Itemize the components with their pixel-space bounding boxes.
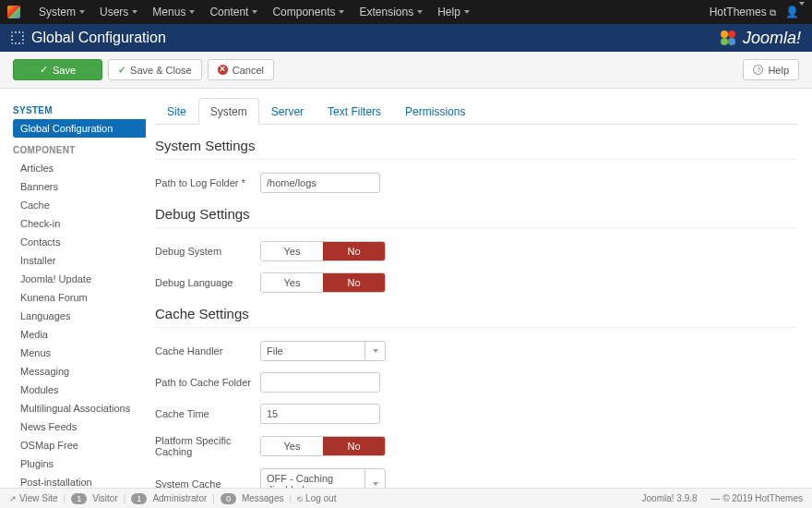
save-close-button[interactable]: ✓Save & Close — [108, 59, 202, 80]
svg-point-0 — [721, 30, 728, 38]
cache-time-input[interactable] — [260, 404, 380, 424]
cache-handler-label: Cache Handler — [155, 345, 260, 357]
section-system-settings: System Settings — [155, 138, 797, 153]
sidebar-heading-component: COMPONENT — [13, 145, 146, 155]
page-title: Global Configuration — [31, 30, 166, 46]
sidebar-item-joomla-update[interactable]: Joomla! Update — [13, 270, 146, 288]
cancel-icon — [218, 65, 228, 75]
platform-caching-label: Platform Specific Caching — [155, 435, 260, 457]
help-icon: ? — [753, 65, 763, 75]
path-log-input[interactable] — [260, 173, 380, 193]
topnav-help[interactable]: Help — [430, 1, 477, 23]
site-link[interactable]: HotThemes ⧉ — [710, 6, 776, 18]
sidebar-item-multilingual-associations[interactable]: Multilingual Associations — [13, 399, 146, 417]
main-content: SiteSystemServerText FiltersPermissions … — [146, 89, 812, 494]
sidebar-item-articles[interactable]: Articles — [13, 159, 146, 177]
sidebar: SYSTEM Global Configuration COMPONENT Ar… — [0, 89, 146, 494]
platform-caching-no[interactable]: No — [323, 437, 385, 455]
chevron-down-icon — [132, 10, 137, 14]
topnav-users[interactable]: Users — [92, 1, 145, 23]
chevron-down-icon[interactable] — [365, 341, 386, 361]
sidebar-item-modules[interactable]: Modules — [13, 381, 146, 399]
topnav-content[interactable]: Content — [202, 1, 265, 23]
field-platform-caching: Platform Specific Caching Yes No — [155, 435, 797, 457]
sidebar-heading-system: SYSTEM — [13, 105, 146, 115]
page-header: Global Configuration Joomla! — [0, 24, 812, 52]
top-menu: SystemUsersMenusContentComponentsExtensi… — [31, 1, 710, 23]
help-button[interactable]: ?Help — [743, 59, 799, 80]
sidebar-item-menus[interactable]: Menus — [13, 344, 146, 362]
joomla-logo-icon — [719, 29, 737, 47]
debug-language-yes[interactable]: Yes — [261, 273, 323, 292]
config-tabs: SiteSystemServerText FiltersPermissions — [155, 98, 797, 125]
topnav-system[interactable]: System — [31, 1, 92, 23]
debug-system-toggle[interactable]: Yes No — [260, 241, 386, 261]
topnav-extensions[interactable]: Extensions — [352, 1, 430, 23]
field-debug-language: Debug Language Yes No — [155, 272, 797, 293]
debug-language-toggle[interactable]: Yes No — [260, 272, 386, 293]
chevron-down-icon — [252, 10, 257, 14]
sidebar-item-global-configuration[interactable]: Global Configuration — [13, 119, 146, 138]
check-icon: ✓ — [118, 65, 125, 75]
section-cache-settings: Cache Settings — [155, 306, 797, 321]
save-button[interactable]: ✓Save — [13, 59, 102, 80]
external-link-icon: ⧉ — [770, 7, 776, 18]
platform-caching-toggle[interactable]: Yes No — [260, 436, 386, 456]
sidebar-item-cache[interactable]: Cache — [13, 196, 146, 214]
chevron-down-icon — [79, 10, 85, 14]
section-debug-settings: Debug Settings — [155, 206, 797, 222]
chevron-down-icon — [189, 10, 195, 14]
admins-count: 1 — [131, 493, 147, 504]
sidebar-item-plugins[interactable]: Plugins — [13, 454, 146, 473]
visitors-count: 1 — [71, 493, 87, 504]
messages-count: 0 — [221, 493, 236, 504]
debug-language-no[interactable]: No — [323, 273, 385, 292]
field-cache-handler: Cache Handler File — [155, 341, 797, 361]
debug-system-no[interactable]: No — [323, 242, 385, 260]
status-bar: View Site | 1 Visitor | 1 Administrator … — [0, 488, 812, 508]
field-cache-path: Path to Cache Folder — [155, 372, 797, 393]
svg-point-3 — [728, 38, 735, 45]
cancel-button[interactable]: Cancel — [208, 59, 274, 80]
tab-site[interactable]: Site — [155, 98, 198, 125]
sidebar-item-banners[interactable]: Banners — [13, 177, 146, 196]
cache-path-input[interactable] — [260, 372, 380, 393]
joomla-version: Joomla! 3.9.8 — [642, 493, 698, 503]
toolbar: ✓Save ✓Save & Close Cancel ?Help — [0, 52, 812, 89]
cache-time-label: Cache Time — [155, 408, 260, 419]
cache-path-label: Path to Cache Folder — [155, 377, 260, 388]
debug-system-yes[interactable]: Yes — [261, 242, 323, 260]
svg-point-2 — [721, 38, 728, 45]
sidebar-item-kunena-forum[interactable]: Kunena Forum — [13, 288, 146, 307]
field-debug-system: Debug System Yes No — [155, 241, 797, 261]
path-log-label: Path to Log Folder * — [155, 177, 260, 188]
tab-text-filters[interactable]: Text Filters — [316, 98, 393, 125]
sidebar-item-installer[interactable]: Installer — [13, 251, 146, 270]
sidebar-item-news-feeds[interactable]: News Feeds — [13, 417, 146, 436]
tab-system[interactable]: System — [198, 98, 259, 125]
platform-caching-yes[interactable]: Yes — [261, 437, 323, 455]
chevron-down-icon — [417, 10, 423, 14]
cache-handler-select[interactable]: File — [260, 341, 386, 361]
sidebar-item-languages[interactable]: Languages — [13, 307, 146, 325]
sidebar-item-messaging[interactable]: Messaging — [13, 362, 146, 381]
sidebar-item-check-in[interactable]: Check-in — [13, 214, 146, 233]
topnav-menus[interactable]: Menus — [145, 1, 202, 23]
field-cache-time: Cache Time — [155, 404, 797, 424]
logout-link[interactable]: Log out — [297, 493, 336, 503]
chevron-down-icon — [464, 10, 470, 14]
top-nav: SystemUsersMenusContentComponentsExtensi… — [0, 0, 812, 24]
sidebar-item-osmap-free[interactable]: OSMap Free — [13, 436, 146, 454]
tab-server[interactable]: Server — [259, 98, 316, 125]
sidebar-item-media[interactable]: Media — [13, 325, 146, 344]
view-site-link[interactable]: View Site — [9, 493, 58, 503]
svg-point-1 — [728, 30, 735, 38]
apply-icon: ✓ — [40, 64, 48, 76]
tab-permissions[interactable]: Permissions — [393, 98, 477, 125]
user-menu[interactable]: 👤 — [785, 6, 805, 18]
chevron-down-icon — [339, 10, 344, 14]
top-right: HotThemes ⧉ 👤 — [710, 6, 805, 18]
field-path-log: Path to Log Folder * — [155, 173, 797, 193]
sidebar-item-contacts[interactable]: Contacts — [13, 233, 146, 251]
topnav-components[interactable]: Components — [265, 1, 352, 23]
